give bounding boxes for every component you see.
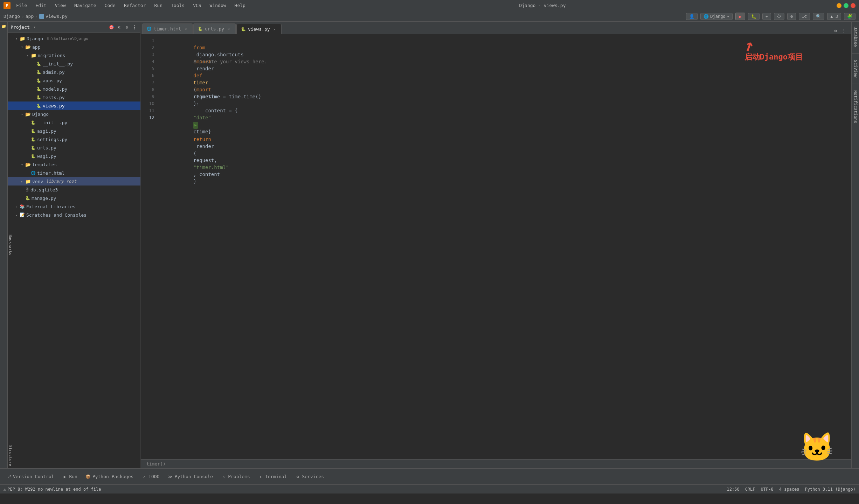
tree-item-views[interactable]: 🐍 views.py xyxy=(8,102,140,110)
menu-vcs[interactable]: VCS xyxy=(190,2,204,9)
collapse-all-button[interactable]: ⇱ xyxy=(116,24,122,30)
menu-window[interactable]: Window xyxy=(207,2,229,9)
file-tree: 📁 Django E:\Software\Django 📂 app 📁 migr… xyxy=(8,33,140,468)
indent-status[interactable]: 4 spaces xyxy=(779,487,799,492)
line-ending-status[interactable]: CRLF xyxy=(745,487,755,492)
tab-close-urls[interactable]: ✕ xyxy=(226,27,231,31)
database-panel-tab[interactable]: Database xyxy=(852,24,859,49)
run-button[interactable]: ▶ xyxy=(735,13,745,20)
plugins-button[interactable]: 🧩 xyxy=(844,13,855,20)
terminal-tab[interactable]: ▸ Terminal xyxy=(255,472,291,481)
python-console-tab[interactable]: ≫ Python Console xyxy=(165,472,217,481)
tab-close-timer-html[interactable]: ✕ xyxy=(183,27,188,31)
run-tab-label: Run xyxy=(69,474,77,479)
search-button[interactable]: 🔍 xyxy=(813,13,824,20)
tab-views-py[interactable]: 🐍 views.py ✕ xyxy=(236,24,282,34)
project-dropdown-icon[interactable]: ▾ xyxy=(33,24,36,30)
line-num-7: 7 xyxy=(141,79,154,86)
run-config-selector[interactable]: 🌐 Django ▾ xyxy=(700,13,733,20)
tree-item-external[interactable]: 📚 External Libraries xyxy=(8,202,140,211)
menu-help[interactable]: Help xyxy=(232,2,248,9)
menu-tools[interactable]: Tools xyxy=(168,2,187,9)
tree-item-wsgi[interactable]: 🐍 wsgi.py xyxy=(8,152,140,160)
version-control-tab[interactable]: ⎇ Version Control xyxy=(3,472,57,481)
breadcrumb-app[interactable]: app xyxy=(26,14,34,19)
project-icon[interactable]: 📁 xyxy=(1,23,7,29)
minimize-button[interactable] xyxy=(837,3,841,8)
locate-file-button[interactable]: 🎯 xyxy=(108,24,115,30)
warning-count[interactable]: ▲ 3 xyxy=(827,13,841,20)
python-packages-tab[interactable]: 📦 Python Packages xyxy=(82,472,137,481)
problems-tab[interactable]: ⚠ Problems xyxy=(218,472,254,481)
tree-item-templates[interactable]: 📂 templates xyxy=(8,160,140,169)
close-button[interactable] xyxy=(851,3,855,8)
tree-item-apps[interactable]: 🐍 apps.py xyxy=(8,76,140,85)
todo-tab[interactable]: ✓ TODO xyxy=(138,472,163,481)
run-tab[interactable]: ▶ Run xyxy=(59,472,81,481)
git-button[interactable]: ⎇ xyxy=(799,13,810,20)
sciview-panel-tab[interactable]: SciView xyxy=(852,58,859,80)
breadcrumb-django[interactable]: Django xyxy=(4,14,20,19)
debug-button[interactable]: 🐛 xyxy=(748,13,760,20)
run-gutter-icon[interactable]: ▶ xyxy=(193,122,198,129)
tree-item-timer-html[interactable]: 🌐 timer.html xyxy=(8,169,140,177)
divider-1 xyxy=(852,53,859,54)
tab-urls-py[interactable]: 🐍 urls.py ✕ xyxy=(193,23,236,34)
django-root-folder-icon: 📁 xyxy=(20,36,25,41)
version-control-label: Version Control xyxy=(13,474,54,479)
bookmarks-tab[interactable]: Bookmarks xyxy=(7,232,14,258)
python-version-status[interactable]: Python 3.11 (Django) xyxy=(805,487,856,492)
tree-item-scratches[interactable]: 📝 Scratches and Consoles xyxy=(8,211,140,219)
tree-item-venv[interactable]: 📁 venv library root xyxy=(8,177,140,186)
tree-item-init-app[interactable]: 🐍 __init__.py xyxy=(8,59,140,68)
tree-item-tests[interactable]: 🐍 tests.py xyxy=(8,93,140,102)
sidebar-settings-button[interactable]: ⚙ xyxy=(124,24,130,30)
structure-tab[interactable]: Structure xyxy=(7,443,14,468)
code-content[interactable]: from django.shortcuts import render # Cr… xyxy=(158,34,851,459)
coverage-button[interactable]: ☂ xyxy=(762,13,771,20)
profile-button[interactable]: 👤 xyxy=(686,13,698,20)
tree-item-django-sub[interactable]: 📂 Django xyxy=(8,110,140,118)
maximize-button[interactable] xyxy=(844,3,848,8)
code-line-1: from django.shortcuts import render xyxy=(164,37,846,44)
notifications-panel-tab[interactable]: Notifications xyxy=(852,88,859,125)
warning-message[interactable]: ⚠ PEP 8: W292 no newline at end of file xyxy=(4,487,101,492)
tree-item-migrations[interactable]: 📁 migrations xyxy=(8,51,140,59)
menu-edit[interactable]: Edit xyxy=(33,2,49,9)
apps-label: apps.py xyxy=(43,78,62,83)
title-bar-left: P File Edit View Navigate Code Refactor … xyxy=(4,2,248,9)
menu-code[interactable]: Code xyxy=(102,2,118,9)
profile-run-button[interactable]: ⏱ xyxy=(774,13,784,20)
services-tab[interactable]: ⚙ Services xyxy=(292,472,327,481)
tree-item-asgi[interactable]: 🐍 asgi.py xyxy=(8,127,140,135)
sidebar-more-button[interactable]: ⋮ xyxy=(131,24,138,30)
tab-close-views[interactable]: ✕ xyxy=(272,27,277,31)
tree-item-settings[interactable]: 🐍 settings.py xyxy=(8,135,140,144)
py-icon-manage: 🐍 xyxy=(25,196,30,201)
menu-run[interactable]: Run xyxy=(152,2,165,9)
breadcrumb-views[interactable]: views.py xyxy=(46,14,68,19)
tree-item-django-root[interactable]: 📁 Django E:\Software\Django xyxy=(8,34,140,43)
tree-item-db[interactable]: 🗄 db.sqlite3 xyxy=(8,186,140,194)
tree-item-models[interactable]: 🐍 models.py xyxy=(8,85,140,93)
profile-icon: 👤 xyxy=(689,14,694,19)
line-num-12: 12 xyxy=(141,114,154,121)
tree-item-admin[interactable]: 🐍 admin.py xyxy=(8,68,140,76)
charset-status[interactable]: UTF-8 xyxy=(761,487,774,492)
menu-refactor[interactable]: Refactor xyxy=(121,2,149,9)
tree-item-urls[interactable]: 🐍 urls.py xyxy=(8,144,140,152)
tree-item-manage[interactable]: 🐍 manage.py xyxy=(8,194,140,202)
tab-timer-html[interactable]: 🌐 timer.html ✕ xyxy=(142,23,193,34)
code-editor[interactable]: 1 2 3 4 5 6 7 8 9 10 11 12 from django.s… xyxy=(141,34,851,459)
settings-button[interactable]: ⚙ xyxy=(787,13,796,20)
editor-more-button[interactable]: ⋮ xyxy=(841,28,847,34)
py-icon-apps: 🐍 xyxy=(36,78,41,83)
menu-view[interactable]: View xyxy=(52,2,69,9)
code-line-3: # Create your views here. xyxy=(164,51,846,58)
menu-navigate[interactable]: Navigate xyxy=(71,2,99,9)
tree-item-app[interactable]: 📂 app xyxy=(8,43,140,51)
tree-item-init-django[interactable]: 🐍 __init__.py xyxy=(8,118,140,127)
editor-settings-button[interactable]: ⚙ xyxy=(832,28,839,34)
menu-file[interactable]: File xyxy=(13,2,30,9)
py-icon-models: 🐍 xyxy=(36,87,41,91)
